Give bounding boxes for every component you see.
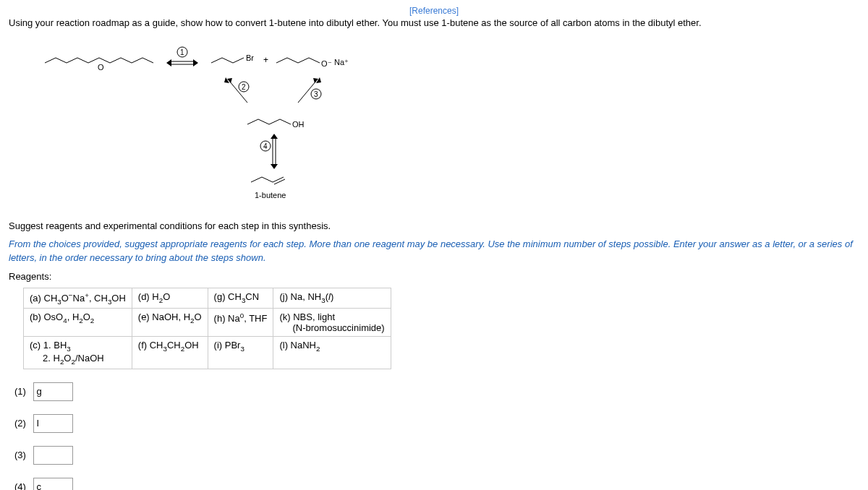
svg-line-20 <box>274 179 285 184</box>
svg-line-19 <box>273 177 284 182</box>
butene-label: 1-butene <box>255 191 286 199</box>
reagent-a: (a) CH3O−Na+, CH3OH <box>24 288 132 309</box>
reagent-d: (d) H2O <box>132 288 208 309</box>
question-text: Using your reaction roadmap as a guide, … <box>9 16 859 30</box>
answer-2-input[interactable] <box>33 414 73 433</box>
reagent-h: (h) Na0, THF <box>208 309 273 337</box>
step-4-label: 4 <box>263 142 268 150</box>
reagent-f: (f) CH3CH2OH <box>132 337 208 369</box>
answer-1-label: (1) <box>14 386 26 397</box>
step-3-label: 3 <box>314 90 318 98</box>
answer-3-label: (3) <box>14 450 26 460</box>
answer-4-input[interactable] <box>33 478 73 490</box>
svg-marker-16 <box>271 134 278 139</box>
suggest-instruction: Suggest reagents and experimental condit… <box>9 220 859 231</box>
reagent-i: (i) PBr3 <box>208 337 273 369</box>
answer-2-label: (2) <box>14 418 26 429</box>
reagent-k: (k) NBS, light (N-bromosuccinimide) <box>273 309 391 337</box>
reagent-e: (e) NaOH, H2O <box>132 309 208 337</box>
svg-marker-4 <box>166 59 171 66</box>
plus-sign: + <box>263 55 268 65</box>
answer-3-input[interactable] <box>33 446 73 465</box>
reagent-l: (l) NaNH2 <box>273 337 391 369</box>
oh-label: OH <box>292 120 305 129</box>
reagent-g: (g) CH3CN <box>208 288 273 309</box>
svg-text:O: O <box>98 63 104 72</box>
reagent-j: (j) Na, NH3(l) <box>273 288 391 309</box>
svg-marker-17 <box>271 164 278 169</box>
reagent-c: (c) 1. BH3 2. H2O2/NaOH <box>24 337 132 369</box>
step-1-label: 1 <box>180 48 184 56</box>
svg-marker-3 <box>193 59 198 66</box>
reagent-b: (b) OsO4, H2O2 <box>24 309 132 337</box>
detailed-instruction: From the choices provided, suggest appro… <box>9 237 859 265</box>
reagents-table: (a) CH3O−Na+, CH3OH (d) H2O (g) CH3CN (j… <box>23 288 391 369</box>
reagents-heading: Reagents: <box>9 271 859 282</box>
na-plus-label: Na⁺ <box>334 58 349 66</box>
br-label: Br <box>246 53 254 62</box>
answer-4-label: (4) <box>14 481 26 490</box>
o-minus-label: O⁻ <box>321 59 332 68</box>
answer-1-input[interactable] <box>33 382 73 401</box>
step-2-label: 2 <box>242 83 246 91</box>
references-link[interactable]: [References] <box>9 6 859 16</box>
reaction-scheme: O 1 Br + O⁻ Na⁺ 2 3 OH 4 1-butene <box>30 38 859 206</box>
